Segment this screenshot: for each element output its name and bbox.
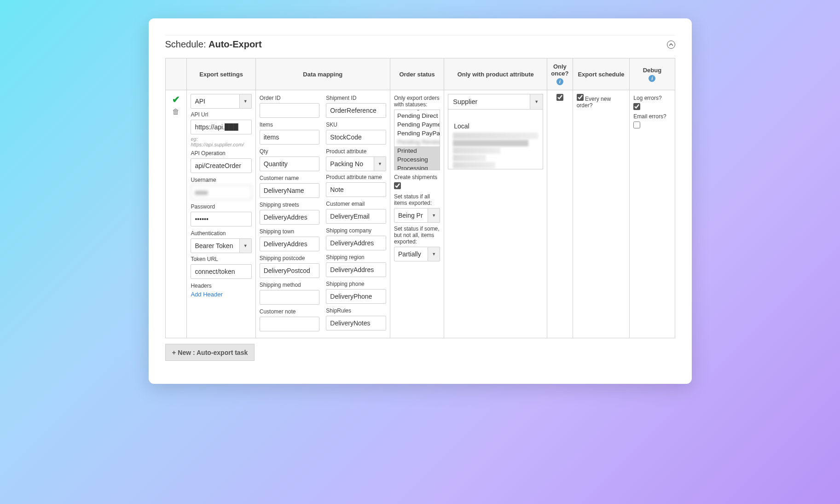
password-label: Password: [191, 203, 251, 210]
chevron-down-icon[interactable]: ▼: [240, 94, 252, 109]
mapping-input[interactable]: [260, 263, 320, 278]
auto-export-panel: Schedule: Auto-Export Export settings Da…: [149, 18, 692, 384]
status-option[interactable]: Printed: [394, 146, 440, 155]
chevron-down-icon[interactable]: ▼: [428, 208, 440, 223]
blurred-option: [453, 147, 500, 154]
mapping-label: Shipping phone: [326, 281, 386, 287]
attr-option[interactable]: [448, 110, 543, 121]
api-url-label: API Url: [191, 111, 251, 118]
mapping-input[interactable]: [260, 210, 320, 225]
every-new-order-checkbox[interactable]: [577, 94, 584, 101]
email-errors-checkbox[interactable]: [633, 122, 640, 128]
col-data-mapping: Data mapping: [255, 58, 390, 90]
mapping-input[interactable]: [326, 236, 386, 250]
mapping-input[interactable]: [326, 156, 374, 171]
mapping-label: Shipping postcode: [260, 255, 320, 261]
plus-icon: +: [172, 348, 176, 356]
blurred-option: [453, 155, 486, 161]
status-option[interactable]: Processing: [394, 155, 440, 164]
set-status-some-label: Set status if some, but not all, items e…: [394, 226, 440, 245]
mapping-label: Order ID: [260, 95, 320, 101]
api-url-hint: eg: https://api.supplier.com/: [191, 136, 251, 147]
mapping-label: Shipping streets: [260, 202, 320, 208]
mapping-input[interactable]: [326, 209, 386, 224]
status-option[interactable]: Processing: [394, 164, 440, 170]
mapping-label: SKU: [326, 122, 386, 128]
token-url-input[interactable]: [191, 264, 251, 279]
info-icon[interactable]: i: [649, 75, 655, 82]
only-once-checkbox[interactable]: [556, 94, 563, 101]
enabled-check-icon[interactable]: ✔: [172, 94, 180, 105]
mapping-label: Qty: [260, 148, 320, 155]
chevron-down-icon[interactable]: ▼: [428, 247, 440, 261]
set-status-all-label: Set status if all items exported:: [394, 193, 440, 206]
export-schedule-cell: Every new order?: [573, 90, 630, 338]
col-debug: Debug i: [630, 58, 675, 90]
mapping-input[interactable]: [326, 103, 386, 118]
password-input[interactable]: [191, 212, 251, 226]
blurred-option: [453, 133, 538, 139]
set-status-all-select[interactable]: [394, 208, 428, 223]
order-status-cell: Only export orders with statuses: Pendin…: [390, 90, 444, 338]
auth-select[interactable]: [191, 238, 239, 253]
col-only-once: Only once? i: [547, 58, 573, 90]
status-multiselect[interactable]: Pending AmazonPending DirectPending Paym…: [394, 110, 440, 170]
chevron-down-icon[interactable]: ▼: [240, 238, 252, 253]
collapse-icon[interactable]: [667, 41, 675, 49]
mapping-input[interactable]: [260, 130, 320, 145]
status-option[interactable]: Pending PayPal: [394, 129, 440, 138]
export-settings-cell: ▼ API Url eg: https://api.supplier.com/ …: [187, 90, 255, 338]
api-op-input[interactable]: [191, 158, 251, 173]
col-order-status: Order status: [390, 58, 444, 90]
status-option[interactable]: Pending Direct: [394, 111, 440, 120]
mapping-input[interactable]: [260, 290, 320, 305]
status-option[interactable]: Pending Payment: [394, 120, 440, 129]
mapping-input[interactable]: [326, 130, 386, 145]
info-icon[interactable]: i: [556, 78, 563, 85]
blurred-option: [453, 140, 528, 146]
product-attr-options[interactable]: Local: [448, 110, 543, 169]
status-option[interactable]: Pending Review: [394, 138, 440, 146]
auto-export-table: Export settings Data mapping Order statu…: [165, 58, 675, 338]
mapping-label: Shipment ID: [326, 95, 386, 101]
mapping-input[interactable]: [260, 156, 320, 171]
create-shipments-checkbox[interactable]: [394, 182, 401, 189]
col-product-attr: Only with product attribute: [444, 58, 547, 90]
mapping-label: Shipping town: [260, 228, 320, 235]
mapping-label: Shipping region: [326, 254, 386, 261]
username-label: Username: [191, 177, 251, 183]
task-row: ✔ 🗑 ▼ API Url eg: https://api.supplier.c…: [165, 90, 675, 338]
mapping-label: Customer note: [260, 308, 320, 315]
mapping-label: Customer name: [260, 175, 320, 181]
status-filter-label: Only export orders with statuses:: [394, 95, 440, 108]
mapping-input[interactable]: [326, 289, 386, 304]
data-mapping-cell: Order IDItemsQtyCustomer nameShipping st…: [255, 90, 390, 338]
attr-option[interactable]: Local: [448, 121, 543, 132]
mapping-input[interactable]: [326, 262, 386, 277]
log-errors-checkbox[interactable]: [633, 103, 640, 110]
email-errors-label: Email errors?: [633, 113, 671, 120]
mapping-input[interactable]: [260, 317, 320, 331]
username-input[interactable]: [191, 185, 251, 200]
mapping-label: Product attribute: [326, 148, 386, 155]
mapping-input[interactable]: [260, 237, 320, 251]
product-attr-select[interactable]: Supplier ▼: [448, 94, 543, 110]
mapping-input[interactable]: [260, 103, 320, 118]
api-url-input[interactable]: [191, 120, 251, 134]
mapping-input[interactable]: [326, 316, 386, 330]
add-header-link[interactable]: Add Header: [191, 291, 222, 298]
delete-trash-icon[interactable]: 🗑: [172, 108, 180, 116]
export-method-select[interactable]: [191, 94, 239, 109]
chevron-down-icon[interactable]: ▼: [374, 156, 386, 171]
auth-label: Authentication: [191, 230, 251, 237]
set-status-some-select[interactable]: [394, 247, 428, 261]
api-op-label: API Operation: [191, 150, 251, 156]
page-title: Schedule: Auto-Export: [165, 39, 262, 50]
mapping-input[interactable]: [260, 183, 320, 198]
mapping-input[interactable]: [326, 182, 386, 197]
chevron-down-icon[interactable]: ▼: [530, 94, 543, 109]
log-errors-label: Log errors?: [633, 95, 671, 101]
new-auto-export-button[interactable]: + New : Auto-export task: [165, 344, 255, 361]
blurred-option: [453, 162, 495, 168]
token-url-label: Token URL: [191, 256, 251, 262]
